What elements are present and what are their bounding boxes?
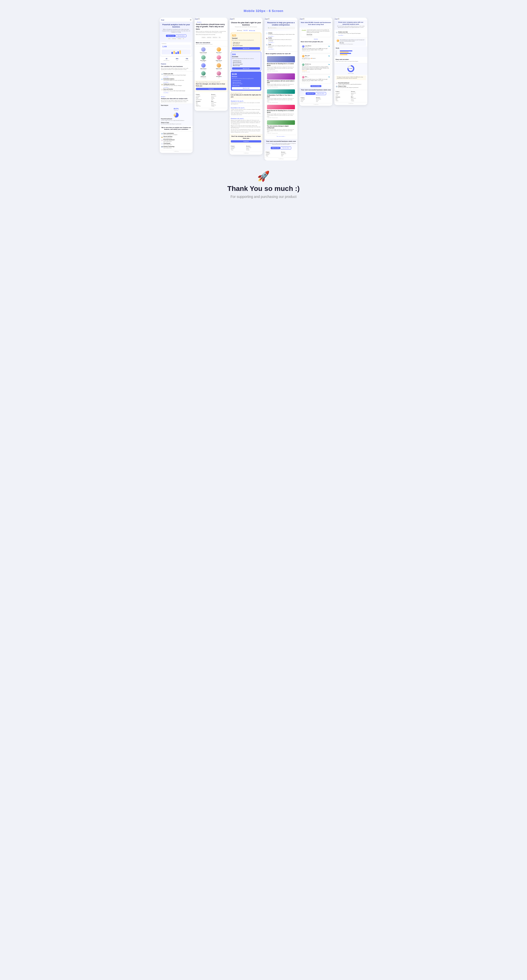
learn-guides[interactable]: Learn More >	[268, 42, 296, 43]
bar-row-3: Mar	[336, 53, 366, 54]
screen1-progress-stat: 88.5% Performance	[161, 107, 191, 112]
article5-img	[267, 120, 295, 125]
learn-articles[interactable]: Learn More >	[268, 36, 295, 37]
s6-learn-more[interactable]: Learn More →	[338, 35, 361, 36]
guides-icon: 📚	[266, 37, 268, 40]
category-guides: 📚 Guides Everything you need to know to …	[266, 37, 296, 43]
screen1-menu-icon[interactable]: ☰	[190, 19, 191, 21]
screen5-trial-btn[interactable]: Start free trial	[306, 92, 315, 95]
screen3-billing-toggle: Bill Monthly Save 10% Bill Annually	[229, 29, 263, 32]
essential-btn[interactable]: Start free trial	[232, 67, 260, 70]
feat-easy: ⚙️ Easy customization Some small text he…	[161, 133, 191, 135]
screen5-hear-more: Hear more from people like you	[299, 40, 332, 43]
screen1-demo-btn[interactable]: View live demo	[176, 35, 186, 37]
screen1-metric: 2,456	[162, 45, 191, 49]
screen2-menu-icon[interactable]: ☰	[198, 18, 200, 20]
bar4	[177, 51, 179, 54]
screen1-brand-logos: slack mailchimp HubSpot SF	[161, 37, 191, 40]
s4-product: Product Landingpage Features Pricing	[266, 151, 281, 157]
bar-fill-2	[340, 52, 349, 52]
screen1-features-section: Features Our solution for your business …	[160, 62, 193, 72]
learn-more-embedded[interactable]: Learn More →	[164, 82, 184, 83]
screen4-menu-icon[interactable]: ☰	[268, 18, 269, 20]
exec-stella: Stella Adkins CLX	[212, 71, 226, 78]
screen2-contact-section: Have any questions? Share some help gett…	[195, 80, 228, 92]
screen6-review: "The hell @Oval put for about 24 hours n…	[336, 38, 366, 46]
screen5-hashtag: #ovalove	[299, 38, 332, 40]
toggle-annual[interactable]: Bill Annually	[249, 30, 255, 32]
learn-more-collaborate[interactable]: Learn More →	[164, 87, 182, 88]
footer-more: More Documentation Themes Privacy Policy…	[211, 100, 226, 107]
article2-img	[267, 73, 295, 80]
screen2-hero: — Analytics Good business should know ev…	[195, 20, 228, 41]
standard-btn[interactable]: Start free trial	[232, 47, 260, 50]
feature-collaborate: 🔒 Collaborate securely Share publish you…	[161, 84, 191, 88]
secure-icon: 🔐	[161, 136, 163, 138]
screen4-trial-btn[interactable]: Start free trial	[271, 147, 280, 149]
screen3-hero: Choose the plan that's right for your bu…	[229, 20, 263, 29]
s6-more: More Documentation Themes Charging	[351, 96, 366, 102]
tweet-lucas-avatar	[302, 45, 304, 48]
learn-more-analyze[interactable]: Learn More →	[164, 76, 186, 78]
article-1: Brand Secrets for Standing Out in a Crow…	[266, 56, 296, 73]
screen3-plan-essential: $99 Essentials Better for growing busine…	[231, 52, 261, 71]
screen-6: Oval ☰ Know your company grow with our p…	[334, 18, 367, 105]
screen4-demo-btn[interactable]: View live demo	[280, 146, 291, 150]
screen1-start-btn[interactable]: Start free trial	[166, 35, 175, 37]
s6-sync-feature: 🔄 Always in Sync Don't worry about this …	[336, 86, 366, 88]
screen5-hero: Hear what 95,000+ brands and businesses …	[299, 20, 332, 28]
essential-features: Unlimited project use Advanced dashboard…	[232, 60, 260, 66]
s4-services: Services Documentation Themes UI Kit	[281, 151, 296, 157]
screen1-analytics-section: Analytics Analyze your data with our ana…	[160, 95, 193, 104]
screens-container: Oval ☰ Powerfull analytics tools for you…	[156, 18, 371, 161]
screen3-premium-section: Premium is for you if... Aliquam ut just…	[229, 117, 263, 134]
screen3-help-section: Not sure what to choose? Let us help you…	[229, 91, 263, 99]
screen6-analyze-section: 📊 Analyze your data Create reports with …	[334, 30, 367, 38]
learn-more-intuitive[interactable]: Learn More →	[164, 92, 185, 94]
screen1-hero-text: Millions of people are searching for job…	[161, 29, 191, 33]
article3-img	[267, 89, 295, 94]
screen6-donut-chart: 60.8%	[347, 65, 354, 72]
collaborate-icon: 🔒	[161, 84, 163, 86]
screen5-see-more-oval: See more #ovalove	[299, 84, 332, 88]
screen3-menu-icon[interactable]: ☰	[233, 18, 234, 20]
learn-tools[interactable]: Learn More >	[268, 48, 296, 50]
bar-fill-3	[340, 53, 351, 54]
screen5-demo-btn[interactable]: View live demo	[315, 92, 326, 95]
screen4-see-more[interactable]: See more articles >	[266, 135, 296, 138]
cloud-icon: ☁️	[161, 143, 163, 145]
screen3-footer-links: Product Landingpage Features Pricing Ser…	[229, 145, 263, 152]
bar-row-4: Apr	[336, 54, 366, 55]
brand-hubspot: HubSpot	[177, 38, 182, 40]
premium-btn[interactable]: Start free trial	[232, 87, 260, 89]
page-wrapper: Mobile 320px - 6 Screen Oval ☰ Powerfull…	[151, 0, 376, 208]
screen2-contact-btn[interactable]: Contact Us	[196, 88, 226, 90]
premium-features: Unlimited project use Advanced dashboard…	[232, 80, 260, 86]
screen1-hero-title: Powerfull analytics tools for your busin…	[161, 24, 191, 28]
s5-product: Product Landingpage Features Pricing	[301, 97, 316, 102]
screen-3: Oval ☰ Choose the plan that's right for …	[229, 18, 263, 155]
toggle-monthly[interactable]: Bill Monthly	[237, 30, 242, 32]
brand-salesforce: SF	[182, 38, 185, 40]
screen3-contact-btn[interactable]: Contact Us	[231, 140, 261, 143]
screen1-footer: © 2018 Oval	[160, 150, 193, 153]
screen6-menu-icon[interactable]: ☰	[338, 18, 339, 20]
see-more-oval-btn[interactable]: See more #ovalove	[310, 85, 322, 88]
exec-jayden: Jayden Frazier VP of Finance	[212, 63, 226, 70]
s3-footer-services: Services Documentation Themes Illustrati…	[246, 145, 261, 151]
screen4-footer: © 2018 Oval	[264, 158, 298, 161]
bar-fill-1	[340, 51, 352, 51]
screen5-hero-title: Hear what 95,000+ brands and businesses …	[301, 22, 331, 26]
screen-5: Oval ☰ Hear what 95,000+ brands and busi…	[299, 18, 332, 106]
feat-secure: 🔐 Secure and Easy Some small text here	[161, 136, 191, 139]
screen1-progress-section: Data Analysis 88.5% Performance Powerful…	[160, 104, 193, 126]
screen3-essentials-section: Essentials is for you if... Curabitur se…	[229, 106, 263, 117]
footer-company: Company About Work Themes Privacy Policy	[196, 100, 211, 107]
thank-you-subtitle: For supporting and purchasing our produc…	[161, 195, 366, 199]
screen4-search[interactable]: 🔍 Search articles...	[267, 27, 295, 29]
screen4-footer-links: Product Landingpage Features Pricing Ser…	[264, 151, 298, 158]
tweet-schultz: Schultz Lory @gutterfish 🐦 Have never se…	[301, 62, 331, 74]
screen5-menu-icon[interactable]: ☰	[303, 18, 304, 20]
brand-slack: slack	[168, 38, 171, 40]
twitter-icon-4: 🐦	[328, 76, 330, 78]
